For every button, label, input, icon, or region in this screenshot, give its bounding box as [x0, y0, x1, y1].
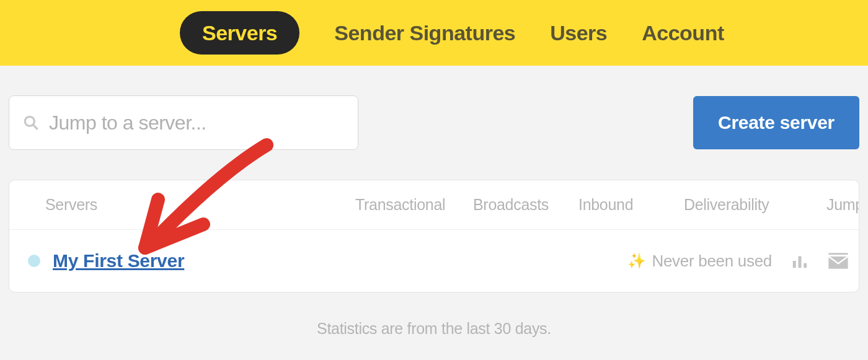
- server-status: ✨ Never been used: [542, 252, 790, 271]
- nav-tab-sender-signatures[interactable]: Sender Signatures: [334, 22, 515, 43]
- nav-tab-users[interactable]: Users: [550, 22, 607, 43]
- stats-icon[interactable]: [790, 252, 809, 270]
- svg-line-1: [33, 125, 37, 129]
- col-inbound: Inbound: [578, 196, 684, 214]
- col-servers: Servers: [45, 196, 355, 214]
- svg-rect-2: [793, 261, 796, 268]
- search-input[interactable]: [49, 112, 344, 134]
- col-jump-to[interactable]: Jump to...: [826, 196, 859, 214]
- col-broadcasts: Broadcasts: [473, 196, 578, 214]
- servers-table: Servers Transactional Broadcasts Inbound…: [9, 180, 859, 292]
- server-name-cell: My First Server: [9, 250, 319, 271]
- sparkle-icon: ✨: [627, 252, 646, 270]
- svg-rect-3: [799, 257, 802, 268]
- search-icon: [23, 115, 39, 131]
- nav-tab-account[interactable]: Account: [642, 22, 724, 43]
- server-link[interactable]: My First Server: [53, 250, 184, 271]
- toolbar: Create server: [0, 66, 868, 150]
- col-deliverability: Deliverability: [684, 196, 826, 214]
- table-row: My First Server ✨ Never been used: [9, 230, 859, 292]
- create-server-button[interactable]: Create server: [693, 96, 859, 149]
- nav-tab-servers[interactable]: Servers: [180, 11, 299, 55]
- server-status-text: Never been used: [652, 252, 772, 271]
- server-color-dot: [28, 255, 40, 267]
- svg-rect-4: [804, 263, 807, 268]
- search-field-wrapper[interactable]: [9, 95, 358, 150]
- col-transactional: Transactional: [355, 196, 473, 214]
- svg-rect-5: [828, 253, 848, 255]
- top-nav: Servers Sender Signatures Users Account: [0, 0, 868, 66]
- row-action-icons: [790, 252, 859, 270]
- table-header-row: Servers Transactional Broadcasts Inbound…: [9, 180, 859, 230]
- mail-icon[interactable]: [828, 252, 849, 270]
- footer-stats-note: Statistics are from the last 30 days.: [0, 320, 868, 338]
